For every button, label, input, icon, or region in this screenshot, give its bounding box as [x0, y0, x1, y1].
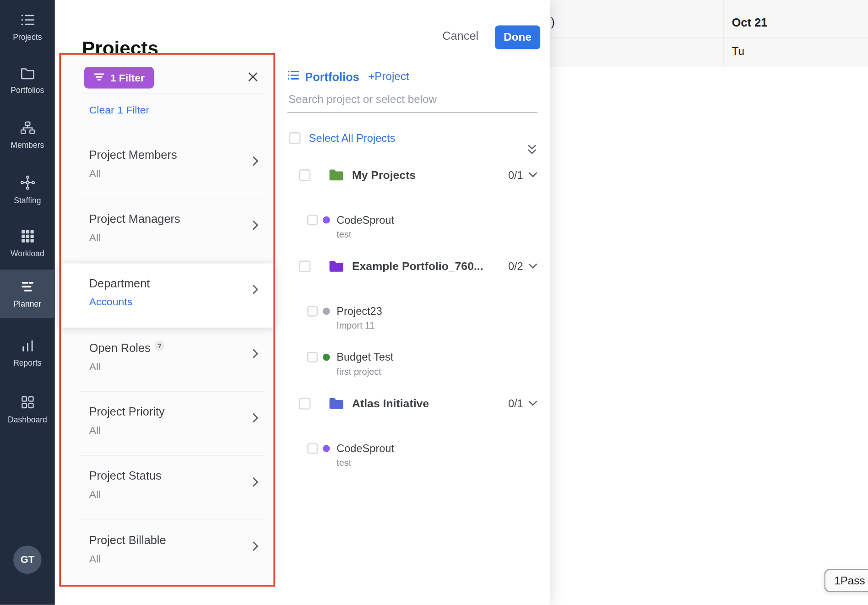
chevron-right-icon [252, 541, 258, 554]
select-all-label: Select All Projects [309, 132, 396, 145]
project-name: CodeSprout [336, 212, 394, 227]
viewport: ) Oct 21 Tu 1Pass Projects Po [0, 0, 868, 605]
portfolio-checkbox[interactable] [299, 260, 310, 272]
portfolio-row[interactable]: My Projects 0/1 [288, 164, 538, 185]
project-row[interactable]: Budget Test first project [288, 350, 538, 377]
sidebar-item-staffing[interactable]: Staffing [0, 167, 55, 212]
select-all-checkbox[interactable] [289, 132, 300, 144]
project-checkbox[interactable] [307, 352, 318, 362]
portfolio-count: 0/1 [508, 397, 523, 410]
project-checkbox[interactable] [307, 215, 318, 225]
sidebar-item-workload[interactable]: Workload [0, 221, 55, 266]
clear-filter-link[interactable]: Clear 1 Filter [89, 104, 150, 116]
project-row[interactable]: CodeSprout test [288, 441, 538, 469]
folder-icon [329, 397, 344, 410]
portfolio-row[interactable]: Atlas Initiative 0/1 [288, 393, 538, 414]
chevron-down-icon[interactable] [528, 400, 538, 406]
project-subtitle: test [336, 457, 394, 469]
grid-icon [21, 229, 34, 245]
projects-list-icon [20, 13, 34, 28]
org-chart-icon [20, 121, 34, 136]
sidebar-item-reports[interactable]: Reports [0, 330, 55, 376]
project-row[interactable]: Project23 Import 11 [288, 304, 538, 331]
portfolio-name: Example Portfolio_760... [352, 259, 483, 273]
folder-icon [329, 168, 344, 181]
project-subtitle: Import 11 [336, 319, 382, 332]
filter-row-project-billable[interactable]: Project Billable All [59, 520, 275, 584]
password-extension-label: 1Pass [834, 574, 865, 587]
help-icon[interactable]: ? [154, 341, 164, 351]
portfolios-toggle-button[interactable]: Portfolios [288, 70, 359, 83]
sidebar-item-label: Members [11, 140, 44, 149]
chevron-right-icon [252, 220, 258, 232]
projects-modal: Projects Cancel Done 1 Filter Clear 1 Fi… [55, 0, 550, 605]
day-column-header: Tu [732, 45, 744, 58]
planner-icon [20, 280, 34, 295]
project-row[interactable]: CodeSprout test [288, 212, 538, 240]
close-icon[interactable] [248, 71, 259, 82]
portfolios-label: Portfolios [305, 70, 359, 83]
chevron-down-icon[interactable] [528, 172, 538, 178]
projects-panel-header: Portfolios +Project [288, 70, 409, 83]
select-all-projects[interactable]: Select All Projects [289, 132, 395, 145]
filter-row-project-managers[interactable]: Project Managers All [59, 199, 275, 263]
bar-chart-icon [20, 339, 34, 355]
sidebar-item-portfolios[interactable]: Portfolios [0, 58, 55, 103]
filter-row-project-members[interactable]: Project Members All [59, 135, 275, 199]
add-project-button[interactable]: +Project [368, 70, 409, 83]
sidebar-item-planner[interactable]: Planner [0, 270, 55, 318]
filter-value: All [89, 361, 275, 373]
filter-label: Project Billable [89, 534, 275, 547]
portfolio-count: 0/2 [508, 260, 523, 273]
sidebar-item-projects[interactable]: Projects [0, 5, 55, 50]
partial-background-text: ) [551, 16, 554, 29]
double-chevron-down-icon[interactable] [526, 144, 537, 157]
user-avatar[interactable]: GT [13, 546, 42, 574]
funnel-icon [93, 72, 104, 84]
project-subtitle: first project [336, 365, 393, 378]
schedule-header-row [550, 0, 868, 38]
filter-label: Project Status [89, 469, 275, 482]
portfolio-checkbox[interactable] [299, 398, 310, 409]
project-checkbox[interactable] [307, 443, 318, 454]
chevron-right-icon [252, 477, 258, 489]
filter-panel: 1 Filter Clear 1 Filter Project Members … [59, 53, 275, 587]
filter-value: All [89, 167, 275, 180]
date-column-header: Oct 21 [732, 16, 768, 29]
portfolio-row[interactable]: Example Portfolio_760... 0/2 [288, 256, 538, 277]
portfolio-count: 0/1 [508, 168, 523, 181]
filter-row-open-roles[interactable]: Open Roles? All [59, 328, 275, 392]
list-icon [288, 70, 300, 83]
filter-value: All [89, 553, 275, 565]
chevron-down-icon[interactable] [528, 264, 538, 269]
chevron-right-icon [252, 349, 258, 361]
filter-row-project-priority[interactable]: Project Priority All [59, 392, 275, 456]
divider [80, 93, 265, 93]
sidebar-item-label: Staffing [14, 195, 41, 204]
project-name: CodeSprout [336, 441, 394, 456]
project-checkbox[interactable] [307, 306, 318, 317]
filter-label-text: Open Roles [89, 341, 151, 354]
project-subtitle: test [336, 228, 394, 240]
sidebar-item-dashboard[interactable]: Dashboard [0, 387, 55, 432]
filter-row-project-status[interactable]: Project Status All [59, 456, 275, 520]
sidebar-item-label: Dashboard [8, 415, 47, 423]
sidebar-item-members[interactable]: Members [0, 112, 55, 157]
portfolio-checkbox[interactable] [299, 169, 310, 180]
password-extension-popup[interactable]: 1Pass [824, 569, 868, 592]
chevron-right-icon [252, 285, 258, 297]
projects-tree-panel: Portfolios +Project Select All Projects [288, 0, 538, 605]
filter-row-department[interactable]: Department Accounts [59, 264, 275, 328]
filter-count-chip[interactable]: 1 Filter [84, 67, 154, 88]
chevron-right-icon [252, 413, 258, 425]
portfolio-name: My Projects [352, 168, 416, 182]
project-status-dot [323, 445, 330, 452]
sidebar-item-label: Planner [14, 299, 41, 308]
filter-label: Project Managers [89, 212, 275, 226]
sidebar-item-label: Projects [13, 32, 42, 41]
schedule-background: ) Oct 21 Tu 1Pass [550, 0, 868, 605]
chevron-right-icon [252, 156, 258, 168]
search-input[interactable] [288, 93, 538, 113]
project-status-dot [323, 354, 330, 361]
sidebar-item-label: Reports [13, 358, 41, 367]
